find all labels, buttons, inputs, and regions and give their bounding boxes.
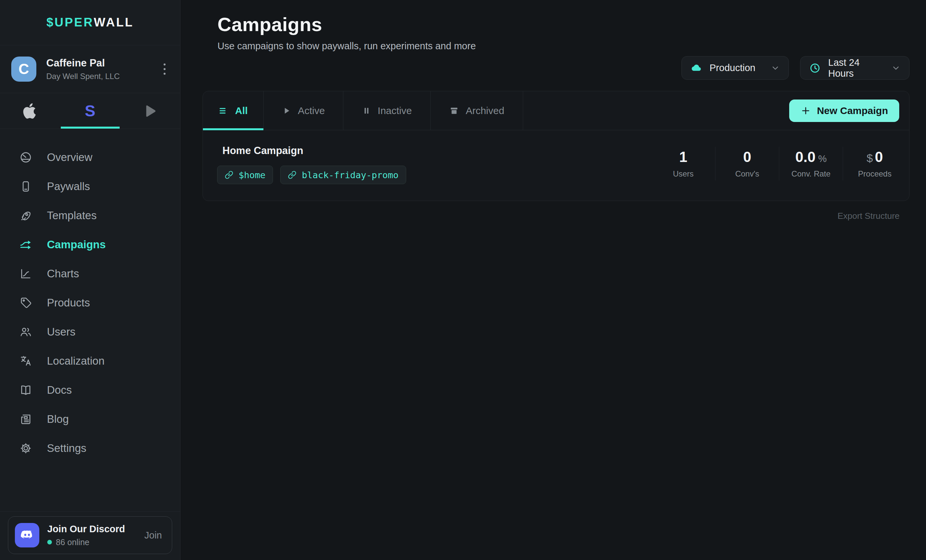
plus-icon	[800, 106, 811, 116]
platform-tab-google-play[interactable]	[120, 93, 180, 129]
tabs-action-area: New Campaign	[789, 91, 909, 130]
logo-rest-text: WALL	[94, 15, 134, 29]
new-campaign-label: New Campaign	[817, 105, 888, 117]
sidebar-item-products[interactable]: Products	[0, 288, 180, 317]
list-icon	[218, 106, 228, 116]
stat-value: $0	[843, 149, 906, 165]
discord-card[interactable]: Join Our Discord 86 online Join	[8, 516, 172, 554]
tab-archived[interactable]: Archived	[431, 91, 523, 130]
avatar: C	[11, 56, 36, 82]
superwall-logo: $UPERWALL	[0, 0, 180, 45]
stat-label: Proceeds	[843, 169, 906, 179]
sidebar-item-label: Localization	[47, 355, 104, 367]
campaign-filter-tabs: All Active Inactive Archived	[203, 91, 909, 130]
active-platform-indicator	[61, 127, 120, 129]
stat-label: Conv. Rate	[779, 169, 843, 179]
discord-texts: Join Our Discord 86 online	[47, 524, 125, 547]
google-play-icon	[142, 103, 157, 119]
sidebar-item-overview[interactable]: Overview	[0, 143, 180, 172]
avatar-initial: C	[18, 61, 29, 77]
chart-line-icon	[19, 267, 32, 280]
page-title: Campaigns	[218, 13, 476, 35]
sidebar-item-label: Users	[47, 325, 75, 338]
online-count: 86 online	[56, 537, 89, 547]
cloud-icon	[690, 62, 702, 74]
campaigns-split-arrows-icon	[19, 238, 32, 251]
sidebar-item-blog[interactable]: Blog	[0, 405, 180, 434]
pause-icon	[362, 106, 371, 115]
play-icon	[282, 106, 291, 115]
sidebar-item-label: Templates	[47, 209, 97, 222]
campaign-tag[interactable]: $home	[217, 166, 273, 184]
stat-value: 0	[716, 149, 779, 165]
overview-icon	[19, 151, 32, 164]
stat-label: Users	[651, 169, 715, 179]
sidebar: $UPERWALL C Caffeine Pal Day Well Spent,…	[0, 0, 180, 560]
discord-join-button[interactable]: Join	[144, 530, 162, 541]
sidebar-item-settings[interactable]: Settings	[0, 434, 180, 463]
stat-conversion-rate: 0.0% Conv. Rate	[779, 147, 843, 180]
tag-label: $home	[239, 170, 265, 180]
tag-label: black-friday-promo	[302, 170, 399, 180]
account-switcher[interactable]: C Caffeine Pal Day Well Spent, LLC	[0, 45, 180, 93]
sidebar-item-users[interactable]: Users	[0, 317, 180, 347]
sidebar-item-docs[interactable]: Docs	[0, 375, 180, 405]
sidebar-item-localization[interactable]: Localization	[0, 347, 180, 375]
tab-label: Archived	[466, 105, 504, 117]
campaign-row[interactable]: Home Campaign $home	[203, 130, 909, 201]
platform-tabs: S	[0, 93, 180, 129]
tab-all[interactable]: All	[203, 91, 264, 130]
rocket-icon	[19, 209, 32, 222]
translate-icon	[19, 354, 32, 368]
campaign-name[interactable]: Home Campaign	[222, 145, 303, 157]
discord-icon	[15, 523, 39, 548]
sidebar-item-templates[interactable]: Templates	[0, 201, 180, 230]
sidebar-item-paywalls[interactable]: Paywalls	[0, 172, 180, 201]
platform-tab-apple[interactable]	[0, 93, 60, 129]
archive-icon	[449, 106, 459, 116]
stat-proceeds: $0 Proceeds	[843, 147, 906, 180]
link-icon	[225, 171, 233, 179]
time-range-value: Last 24 Hours	[828, 57, 884, 79]
tab-inactive[interactable]: Inactive	[343, 91, 431, 130]
logo-accent-text: $UPER	[46, 15, 94, 29]
environment-value: Production	[710, 62, 755, 73]
platform-tab-superwall[interactable]: S	[60, 93, 120, 129]
campaign-tag[interactable]: black-friday-promo	[280, 166, 406, 184]
tab-label: All	[235, 105, 248, 117]
campaign-tags: $home black-friday-promo	[217, 166, 406, 184]
chevron-down-icon	[771, 64, 780, 73]
tab-active[interactable]: Active	[264, 91, 343, 130]
account-org: Day Well Spent, LLC	[46, 72, 120, 81]
tabs-spacer	[523, 91, 789, 130]
page-subtitle: Use campaigns to show paywalls, run expe…	[218, 41, 476, 51]
stat-conversions: 0 Conv's	[715, 147, 779, 180]
sidebar-nav: Overview Paywalls Templates	[0, 129, 180, 463]
account-menu-icon[interactable]	[160, 60, 169, 78]
main-content: Campaigns Use campaigns to show paywalls…	[180, 0, 926, 560]
sidebar-item-campaigns[interactable]: Campaigns	[0, 230, 180, 259]
sidebar-item-label: Overview	[47, 151, 92, 163]
chevron-down-icon	[891, 64, 900, 73]
account-texts: Caffeine Pal Day Well Spent, LLC	[46, 57, 120, 81]
gear-icon	[19, 442, 32, 455]
time-range-select[interactable]: Last 24 Hours	[800, 56, 909, 80]
stat-value: 1	[651, 149, 715, 165]
newspaper-icon	[19, 413, 32, 426]
environment-select[interactable]: Production	[681, 56, 789, 80]
users-icon	[19, 325, 32, 339]
header-controls: Production Last 24 Hours	[681, 56, 909, 80]
clock-icon	[809, 62, 821, 74]
sidebar-item-label: Products	[47, 297, 90, 309]
campaign-stats: 1 Users 0 Conv's 0.0% Conv. Rate $0 Proc…	[651, 147, 906, 180]
export-structure-link[interactable]: Export Structure	[837, 211, 900, 221]
account-name: Caffeine Pal	[46, 57, 120, 69]
apple-icon	[21, 103, 39, 120]
discord-title: Join Our Discord	[47, 524, 125, 534]
new-campaign-button[interactable]: New Campaign	[789, 100, 899, 122]
superwall-s-icon: S	[85, 102, 95, 120]
stat-users: 1 Users	[651, 147, 715, 180]
book-icon	[19, 383, 32, 397]
phone-icon	[19, 180, 32, 193]
sidebar-item-charts[interactable]: Charts	[0, 259, 180, 288]
